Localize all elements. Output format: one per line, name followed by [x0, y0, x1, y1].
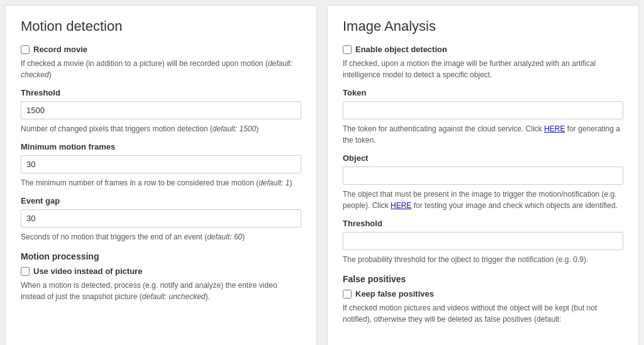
motion-detection-title: Motion detection [21, 18, 301, 35]
record-movie-label[interactable]: Record movie [33, 45, 87, 54]
motion-processing-heading: Motion processing [21, 251, 301, 261]
ia-threshold-label: Threshold [343, 219, 623, 228]
min-frames-input[interactable] [21, 155, 301, 173]
keep-false-positives-row: Keep false positives [343, 289, 623, 298]
object-input[interactable] [343, 167, 623, 185]
min-frames-label: Minimum motion frames [21, 142, 301, 151]
enable-detection-label[interactable]: Enable object detection [355, 45, 447, 54]
object-label: Object [343, 153, 623, 163]
image-analysis-title: Image Analysis [343, 18, 623, 35]
event-gap-input[interactable] [21, 209, 301, 227]
min-frames-description: The minimum number of frames in a row to… [21, 177, 301, 189]
ia-threshold-description: The probability threshold for the ojbect… [343, 254, 623, 265]
event-gap-label: Event gap [21, 196, 301, 205]
false-positives-heading: False positives [343, 274, 623, 284]
event-gap-description: Seconds of no motion that triggers the e… [21, 231, 301, 243]
record-movie-description: If checked a movie (in addition to a pic… [21, 58, 301, 80]
use-video-checkbox[interactable] [21, 267, 30, 276]
threshold-description: Number of changed pixels that triggers m… [21, 123, 301, 134]
record-movie-row: Record movie [21, 45, 301, 54]
token-label: Token [343, 88, 623, 97]
threshold-label: Threshold [21, 88, 301, 97]
use-video-row: Use video instead of picture [21, 266, 301, 276]
image-analysis-panel: Image Analysis Enable object detection I… [327, 5, 639, 345]
token-here-link[interactable]: HERE [544, 124, 565, 133]
enable-detection-checkbox[interactable] [343, 45, 352, 54]
object-description: The object that must be present in the i… [343, 189, 623, 211]
record-movie-checkbox[interactable] [21, 45, 30, 54]
keep-false-positives-description: If checked motion pictures and videos wi… [343, 302, 623, 325]
use-video-label[interactable]: Use video instead of picture [33, 266, 142, 276]
use-video-description: When a motion is detected, process (e.g.… [21, 280, 301, 302]
token-input[interactable] [343, 101, 623, 119]
object-here-link[interactable]: HERE [391, 201, 411, 210]
enable-detection-row: Enable object detection [343, 45, 623, 54]
motion-detection-panel: Motion detection Record movie If checked… [5, 5, 317, 345]
ia-threshold-input[interactable] [343, 232, 623, 250]
keep-false-positives-checkbox[interactable] [343, 290, 352, 298]
threshold-input[interactable] [21, 101, 301, 119]
enable-detection-description: If checked, upon a motion the image will… [343, 58, 623, 80]
token-description: The token for authenticating against the… [343, 123, 623, 146]
keep-false-positives-label[interactable]: Keep false positives [355, 289, 434, 298]
